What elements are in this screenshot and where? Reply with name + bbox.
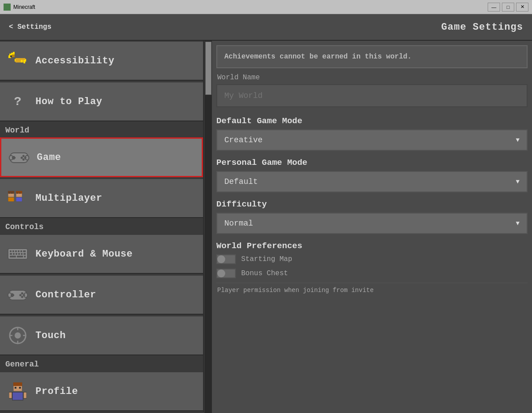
close-button[interactable]: ✕ <box>516 3 528 12</box>
multiplayer-label: Multiplayer <box>35 193 102 204</box>
back-button[interactable]: < Settings <box>9 23 51 31</box>
player-permission-text: Player permission when joining from invi… <box>216 283 528 294</box>
maximize-button[interactable]: □ <box>502 3 514 12</box>
sidebar-item-profile[interactable]: Profile <box>0 371 203 411</box>
sidebar: Accessibility ? How to Play World <box>0 41 204 412</box>
keyboard-mouse-label: Keyboard & Mouse <box>35 249 133 260</box>
sidebar-item-multiplayer[interactable]: Multiplayer <box>0 178 203 218</box>
svg-point-53 <box>21 296 23 298</box>
svg-rect-8 <box>21 60 23 62</box>
game-controller-icon <box>8 147 30 168</box>
sidebar-item-touch[interactable]: Touch <box>0 316 203 355</box>
default-game-mode-title: Default Game Mode <box>216 116 528 126</box>
svg-rect-38 <box>16 253 17 255</box>
svg-rect-32 <box>15 250 17 252</box>
achievement-notice: Achievements cannot be earned in this wo… <box>216 45 528 68</box>
svg-point-18 <box>23 159 25 161</box>
scroll-thumb[interactable] <box>205 42 211 95</box>
svg-rect-36 <box>10 253 12 255</box>
general-section-header: General <box>0 356 203 371</box>
window-controls: — □ ✕ <box>488 3 528 12</box>
sidebar-wrapper: Accessibility ? How to Play World <box>0 41 212 413</box>
starting-map-toggle-dot <box>217 255 225 263</box>
world-prefs-title: World Preferences <box>216 241 528 251</box>
controller-label: Controller <box>35 289 96 300</box>
sidebar-scrollbar[interactable] <box>204 41 212 413</box>
default-game-mode-value: Creative <box>224 136 262 144</box>
main-content: Achievements cannot be earned in this wo… <box>212 41 532 413</box>
bonus-chest-toggle-dot <box>217 269 225 277</box>
default-game-mode-dropdown[interactable]: Creative ▼ <box>216 129 528 151</box>
how-to-play-label: How to Play <box>35 96 102 107</box>
multiplayer-icon <box>7 187 28 209</box>
personal-game-mode-value: Default <box>224 177 258 186</box>
svg-rect-64 <box>12 392 23 400</box>
svg-point-52 <box>20 294 22 296</box>
svg-rect-37 <box>13 253 15 255</box>
sidebar-item-accessibility[interactable]: Accessibility <box>0 41 203 81</box>
svg-rect-35 <box>23 250 26 252</box>
svg-rect-39 <box>18 253 20 255</box>
difficulty-dropdown[interactable]: Normal ▼ <box>216 213 528 234</box>
svg-rect-63 <box>19 387 21 389</box>
bonus-chest-label: Bonus Chest <box>241 269 288 277</box>
sidebar-item-how-to-play[interactable]: ? How to Play <box>0 82 203 121</box>
question-icon: ? <box>7 91 28 112</box>
content-area: Accessibility ? How to Play World <box>0 41 532 413</box>
starting-map-label: Starting Map <box>241 255 292 263</box>
game-label: Game <box>37 152 61 163</box>
svg-rect-66 <box>23 392 27 398</box>
minimize-button[interactable]: — <box>488 3 500 12</box>
page-title: Game Settings <box>441 22 523 33</box>
svg-rect-33 <box>18 250 20 252</box>
svg-rect-44 <box>24 256 26 257</box>
svg-rect-41 <box>23 253 26 255</box>
controls-section-header: Controls <box>0 219 203 234</box>
svg-rect-9 <box>10 55 12 57</box>
difficulty-title: Difficulty <box>216 199 528 209</box>
difficulty-value: Normal <box>224 219 253 228</box>
world-name-input[interactable] <box>216 84 528 107</box>
profile-icon <box>7 381 28 402</box>
sidebar-item-game[interactable]: Game <box>0 137 203 177</box>
personal-game-mode-title: Personal Game Mode <box>216 158 528 168</box>
svg-point-50 <box>21 292 23 295</box>
svg-rect-27 <box>20 193 20 194</box>
svg-rect-43 <box>17 256 23 257</box>
svg-rect-62 <box>15 387 16 389</box>
settings-form: World Name Default Game Mode Creative ▼ … <box>212 74 532 298</box>
touch-label: Touch <box>35 330 66 341</box>
app-container: < Settings Game Settings <box>0 14 532 413</box>
touch-icon <box>7 325 28 346</box>
bonus-chest-pref: Bonus Chest <box>216 269 528 278</box>
achievement-text: Achievements cannot be earned in this wo… <box>224 51 520 62</box>
app-header: < Settings Game Settings <box>0 14 532 41</box>
key-icon <box>7 50 28 71</box>
sidebar-item-keyboard-mouse[interactable]: Keyboard & Mouse <box>0 234 203 274</box>
bonus-chest-toggle[interactable] <box>216 269 236 278</box>
svg-rect-42 <box>10 256 16 257</box>
sidebar-item-controller[interactable]: Controller <box>0 275 203 315</box>
svg-rect-7 <box>23 60 25 63</box>
starting-map-toggle[interactable] <box>216 254 236 264</box>
svg-rect-34 <box>20 250 22 252</box>
svg-rect-14 <box>12 157 16 159</box>
world-section-header: World <box>0 122 203 137</box>
controller-icon <box>7 284 28 305</box>
app-title: Minecraft <box>13 4 35 10</box>
svg-rect-22 <box>12 193 12 194</box>
svg-rect-28 <box>16 197 22 202</box>
svg-rect-65 <box>9 392 12 398</box>
accessibility-label: Accessibility <box>35 55 114 66</box>
difficulty-arrow: ▼ <box>516 220 520 227</box>
starting-map-pref: Starting Map <box>216 254 528 264</box>
default-game-mode-arrow: ▼ <box>516 136 520 144</box>
svg-rect-4 <box>13 52 15 54</box>
svg-rect-23 <box>8 197 14 202</box>
title-bar: Minecraft — □ ✕ <box>0 0 532 14</box>
world-name-label: World Name <box>216 74 528 82</box>
svg-rect-49 <box>11 294 14 296</box>
svg-point-15 <box>23 155 25 157</box>
personal-game-mode-dropdown[interactable]: Default ▼ <box>216 171 528 192</box>
svg-point-51 <box>23 294 25 296</box>
